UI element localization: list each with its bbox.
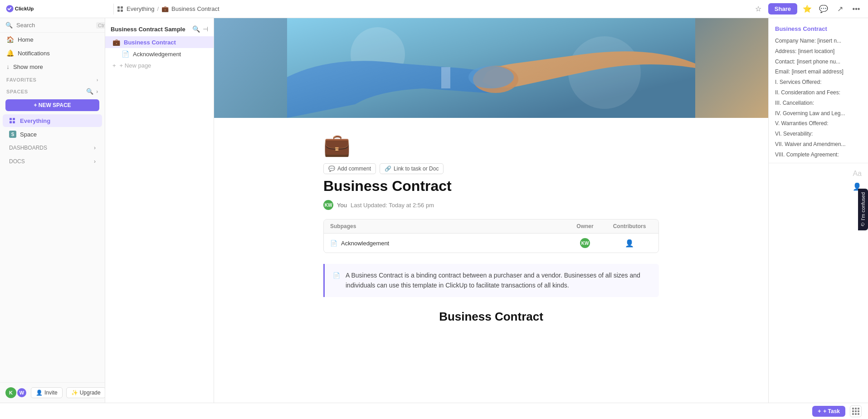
- outline-items: Company Name: [insert n...Address: [inse…: [769, 36, 868, 160]
- sidebar-item-show-more-label: Show more: [13, 63, 43, 70]
- favorites-section: FAVORITES ›: [0, 73, 105, 84]
- doc-title: Business Contract: [323, 178, 659, 195]
- view-grid-button[interactable]: [850, 405, 862, 417]
- search-input[interactable]: [16, 22, 93, 29]
- sidebar-item-space[interactable]: S Space: [3, 128, 102, 141]
- doc-sidebar-header: Business Contract Sample 🔍 ⊣: [105, 24, 214, 36]
- doc-sidebar-header-actions: 🔍 ⊣: [192, 25, 208, 33]
- page-icon: 📄: [122, 50, 129, 58]
- add-page-label: + New page: [120, 62, 151, 69]
- text-size-icon[interactable]: Aa: [853, 170, 862, 178]
- spaces-label: SPACES: [6, 89, 28, 94]
- invite-button[interactable]: 👤 Invite: [31, 387, 63, 398]
- doc-body: 💼 💬 Add comment 🔗 Link to task or Doc Bu…: [305, 118, 677, 351]
- new-space-button[interactable]: + NEW SPACE: [5, 99, 99, 111]
- outline-item-address[interactable]: Address: [insert location]: [769, 46, 868, 57]
- sidebar-dashboards[interactable]: DASHBOARDS ›: [3, 142, 102, 154]
- subpages-col-owner: Owner: [567, 223, 603, 229]
- page-icon-small: 📄: [333, 271, 340, 281]
- outline-item-governing[interactable]: IV. Governing Law and Leg...: [769, 108, 868, 119]
- favorites-expand-icon[interactable]: ›: [97, 77, 98, 83]
- sidebar-item-show-more[interactable]: ↓ Show more: [0, 60, 105, 73]
- outline-item-warranties[interactable]: V. Warranties Offered:: [769, 118, 868, 129]
- clock-icon: ⏱: [860, 222, 866, 227]
- breadcrumb-everything[interactable]: Everything: [127, 5, 154, 12]
- spaces-search-icon[interactable]: 🔍: [86, 88, 94, 95]
- star-button[interactable]: ⭐: [801, 3, 814, 15]
- more-options-button[interactable]: •••: [850, 3, 863, 15]
- home-icon: 🏠: [6, 36, 14, 43]
- topbar: ClickUp Everything / 💼 Business Contract…: [0, 0, 868, 18]
- doc-icon-row: 💼: [323, 132, 659, 158]
- grid-icon: [852, 408, 859, 415]
- user-avatar-w[interactable]: W: [16, 387, 27, 398]
- subpages-table: Subpages Owner Contributors 📄 Acknowledg…: [323, 219, 659, 253]
- sidebar-item-notifications[interactable]: 🔔 Notifications: [0, 46, 105, 60]
- add-comment-button[interactable]: 💬 Add comment: [323, 163, 376, 174]
- outline-item-waiver[interactable]: VII. Waiver and Amendmen...: [769, 139, 868, 150]
- favorites-label: FAVORITES: [6, 77, 36, 83]
- outline-item-company[interactable]: Company Name: [insert n...: [769, 36, 868, 46]
- spaces-section-actions: 🔍 ›: [86, 88, 98, 95]
- grid-icon: [9, 117, 16, 124]
- main-layout: 🔍 Ctrl+K 🏠 Home 🔔 Notifications ↓ Show m…: [0, 18, 868, 403]
- arrow-down-icon: ↓: [6, 63, 10, 70]
- sidebar-item-space-label: Space: [20, 131, 37, 138]
- logo-svg: ClickUp: [5, 4, 42, 14]
- sidebar-item-everything-label: Everything: [20, 117, 50, 124]
- comment-button[interactable]: 💬: [817, 3, 830, 15]
- doc-sidebar-collapse-icon[interactable]: ⊣: [203, 25, 208, 33]
- sidebar-docs[interactable]: DOCS ›: [3, 156, 102, 167]
- doc-blockquote: 📄 A Business Contract is a binding contr…: [323, 264, 659, 297]
- outline-item-email[interactable]: Email: [insert email address]: [769, 67, 868, 77]
- outline-item-contact[interactable]: Contact: [insert phone nu...: [769, 57, 868, 67]
- outline-item-services[interactable]: I. Services Offered:: [769, 77, 868, 88]
- bell-icon: 🔔: [6, 49, 14, 57]
- breadcrumb-doc[interactable]: Business Contract: [171, 5, 219, 12]
- doc-sidebar-title: Business Contract Sample: [111, 26, 185, 33]
- topbar-divider: [113, 4, 114, 15]
- feedback-tab[interactable]: ⏱ I'm confused: [858, 189, 868, 230]
- add-task-label: + Task: [823, 408, 840, 414]
- subpage-name-cell: 📄 Acknowledgement: [330, 240, 563, 247]
- outline-item-complete[interactable]: VIII. Complete Agreement:: [769, 150, 868, 160]
- table-row[interactable]: 📄 Acknowledgement KW 👤: [324, 234, 658, 253]
- briefcase-icon: 💼: [112, 39, 120, 46]
- doc-meta-row: 💬 Add comment 🔗 Link to task or Doc: [323, 163, 659, 174]
- outline-item-severability[interactable]: VI. Severability:: [769, 129, 868, 139]
- sidebar-item-everything[interactable]: Everything: [3, 114, 102, 127]
- spaces-section: SPACES 🔍 ›: [0, 84, 105, 97]
- export-button[interactable]: ↗: [834, 3, 846, 15]
- link-task-button[interactable]: 🔗 Link to task or Doc: [380, 163, 444, 174]
- bookmark-button[interactable]: ☆: [752, 3, 765, 15]
- add-task-button[interactable]: + + Task: [812, 406, 845, 417]
- outline-panel: Business Contract Company Name: [insert …: [768, 18, 868, 403]
- breadcrumb-separator: /: [157, 5, 159, 12]
- space-avatar: S: [9, 131, 16, 138]
- owner-avatar: KW: [580, 238, 590, 248]
- person-icon: 👤: [36, 390, 43, 396]
- blockquote-text: A Business Contract is a binding contrac…: [346, 270, 651, 291]
- upgrade-button[interactable]: ✨ Upgrade: [66, 387, 105, 398]
- spaces-expand-icon[interactable]: ›: [96, 88, 98, 95]
- app-logo[interactable]: ClickUp: [5, 4, 110, 14]
- link-icon: 🔗: [385, 166, 391, 172]
- doc-main-icon: 💼: [323, 132, 351, 158]
- sidebar-item-home[interactable]: 🏠 Home: [0, 33, 105, 46]
- subpage-name: Acknowledgement: [341, 240, 389, 247]
- dashboards-expand-icon: ›: [94, 145, 96, 151]
- share-button[interactable]: Share: [768, 3, 797, 15]
- author-name: You: [337, 202, 347, 209]
- add-contributor-icon[interactable]: 👤: [625, 239, 634, 248]
- outline-item-cancellation[interactable]: III. Cancellation:: [769, 98, 868, 108]
- outline-item-consideration[interactable]: II. Consideration and Fees:: [769, 88, 868, 98]
- sidebar-footer-actions: 👤 Invite ✨ Upgrade ?: [31, 387, 105, 398]
- doc-tree-item-acknowledgement[interactable]: 📄 Acknowledgement: [105, 48, 214, 60]
- subpage-contributors-cell: 👤: [607, 239, 652, 248]
- outline-actions: Aa 👤 ↑: [769, 166, 868, 207]
- doc-tree-add-page[interactable]: + + New page: [105, 60, 214, 71]
- svg-point-6: [468, 66, 514, 88]
- hero-image: [214, 18, 768, 118]
- doc-tree-item-business-contract[interactable]: 💼 Business Contract: [105, 36, 214, 48]
- doc-sidebar-search-icon[interactable]: 🔍: [192, 25, 200, 33]
